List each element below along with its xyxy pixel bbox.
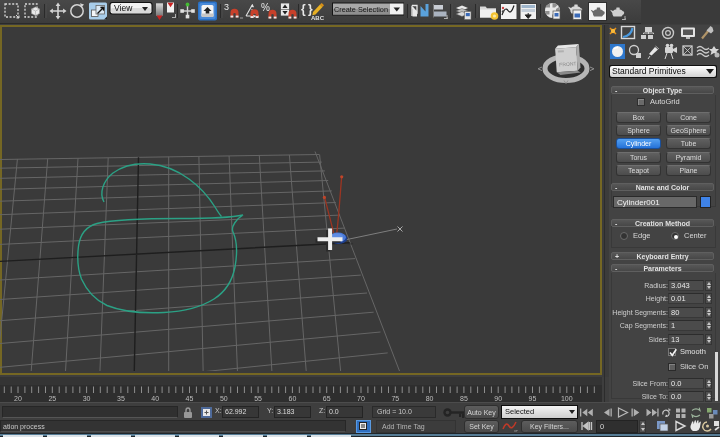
- svg-text:3: 3: [224, 2, 229, 12]
- svg-text:FRONT: FRONT: [559, 60, 577, 67]
- svg-text:Create Selection Se: Create Selection Se: [334, 5, 399, 14]
- svg-text:ABC: ABC: [311, 15, 325, 21]
- svg-text:View: View: [114, 3, 133, 13]
- svg-text:%: %: [261, 2, 270, 13]
